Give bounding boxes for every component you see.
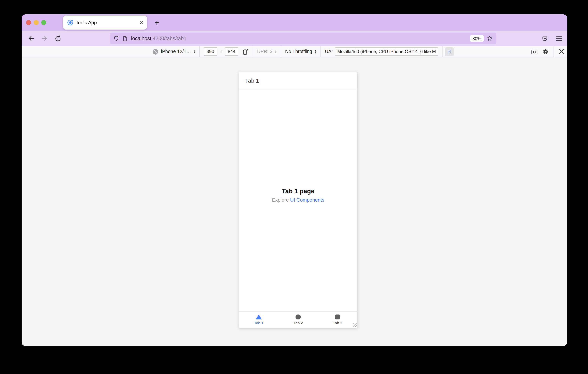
ionic-header: Tab 1 (239, 72, 357, 89)
user-agent-group: UA: (321, 46, 442, 57)
screenshot-camera-icon[interactable] (531, 49, 538, 54)
throttling-label: No Throttling (285, 49, 312, 54)
tab-button-tab2[interactable]: Tab 2 (278, 312, 318, 328)
ionic-tab-bar: Tab 1 Tab 2 Tab 3 (239, 311, 357, 328)
rdm-settings-gear-icon[interactable] (543, 49, 549, 54)
rdm-right-controls (531, 46, 564, 57)
menu-hamburger-icon[interactable] (554, 31, 565, 46)
zoom-level-badge[interactable]: 80% (470, 35, 484, 42)
device-selector[interactable]: iPhone 12/1… ▴▾ (148, 46, 199, 57)
divider (442, 46, 443, 57)
url-path: :4200/tabs/tab1 (151, 36, 187, 41)
device-selector-label: iPhone 12/1… (161, 49, 191, 54)
bookmark-star-icon[interactable] (486, 35, 493, 42)
tab-button-tab3[interactable]: Tab 3 (318, 312, 357, 328)
pocket-icon[interactable] (539, 31, 550, 46)
ionic-page-title: Tab 1 (245, 77, 259, 84)
dpr-label: DPR: 3 (257, 49, 273, 54)
viewport-height-input[interactable] (225, 47, 238, 56)
user-agent-input[interactable] (335, 47, 438, 56)
url-host: localhost (131, 36, 151, 41)
browser-tab-ionic-app[interactable]: Ionic App × (63, 16, 147, 30)
touch-pointer-icon: ☝ (448, 49, 451, 54)
url-bar[interactable]: localhost:4200/tabs/tab1 80% (110, 32, 496, 44)
rotate-viewport-icon[interactable] (242, 48, 249, 55)
back-button[interactable] (25, 31, 36, 46)
shield-icon[interactable] (113, 35, 119, 42)
viewport-resize-handle[interactable] (353, 323, 357, 327)
rdm-close-icon[interactable] (559, 49, 564, 54)
tab-button-tab1[interactable]: Tab 1 (239, 312, 278, 328)
divider (554, 46, 554, 57)
ua-label: UA: (325, 49, 333, 54)
viewport-size-group: × (200, 46, 253, 57)
ionic-favicon-icon (67, 19, 74, 26)
forward-button[interactable] (39, 31, 50, 46)
device-profile-icon (153, 49, 158, 54)
content-subtitle: Explore UI Components (272, 197, 324, 203)
page-info-icon[interactable] (122, 35, 128, 42)
content-title: Tab 1 page (272, 187, 324, 195)
device-viewport: Tab 1 Tab 1 page Explore UI Components T… (239, 72, 357, 328)
ionic-content: Tab 1 page Explore UI Components (239, 89, 357, 311)
title-bar: Ionic App × + (21, 14, 567, 31)
tab-close-icon[interactable]: × (140, 20, 143, 26)
viewport-width-input[interactable] (204, 47, 217, 56)
navigation-toolbar: localhost:4200/tabs/tab1 80% (21, 31, 567, 46)
dpr-stepper-icon: ▴▾ (275, 50, 276, 53)
content-container: Tab 1 page Explore UI Components (272, 187, 324, 203)
tab-title: Ionic App (76, 20, 140, 25)
square-icon (335, 315, 340, 320)
browser-window: Ionic App × + (21, 14, 567, 346)
throttling-stepper-icon: ▴▾ (315, 50, 316, 53)
rdm-toolbar: iPhone 12/1… ▴▾ × DPR: 3 ▴▾ (21, 46, 567, 57)
zoom-window-button[interactable] (41, 20, 46, 25)
ellipse-icon (296, 314, 301, 320)
subtitle-prefix: Explore (272, 197, 290, 203)
dimension-separator: × (220, 49, 222, 54)
reload-button[interactable] (52, 31, 64, 46)
ui-components-link[interactable]: UI Components (290, 197, 324, 203)
new-tab-button[interactable]: + (152, 14, 162, 31)
close-window-button[interactable] (26, 20, 31, 25)
screenshot-root: Ionic App × + (0, 0, 588, 374)
triangle-icon (256, 314, 262, 320)
traffic-lights (26, 20, 46, 25)
device-selector-stepper-icon: ▴▾ (194, 50, 195, 53)
throttling-selector[interactable]: No Throttling ▴▾ (281, 46, 320, 57)
url-text: localhost:4200/tabs/tab1 (131, 36, 467, 41)
browser-content-area: Tab 1 Tab 1 page Explore UI Components T… (21, 57, 567, 346)
dpr-selector[interactable]: DPR: 3 ▴▾ (253, 46, 281, 57)
touch-simulation-button[interactable]: ☝ (445, 47, 454, 56)
minimize-window-button[interactable] (34, 20, 39, 25)
